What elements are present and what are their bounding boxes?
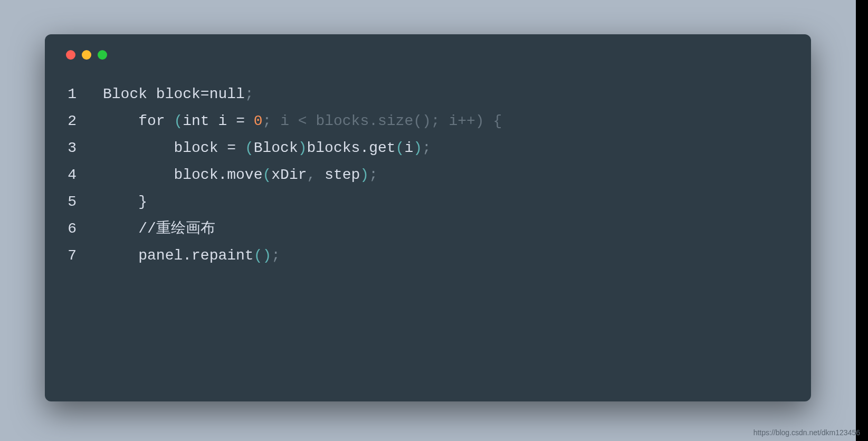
- code-line-1: Block block=null;: [103, 81, 502, 108]
- code-content: 1 2 3 4 5 6 7 Block block=null; for (int…: [66, 81, 790, 269]
- minimize-icon[interactable]: [82, 50, 91, 60]
- line-number: 7: [66, 242, 77, 269]
- close-icon[interactable]: [66, 50, 75, 60]
- page-background: 1 2 3 4 5 6 7 Block block=null; for (int…: [0, 0, 856, 441]
- code-window: 1 2 3 4 5 6 7 Block block=null; for (int…: [45, 34, 811, 401]
- code-line-2: for (int i = 0; i < blocks.size(); i++) …: [103, 108, 502, 135]
- code-area[interactable]: Block block=null; for (int i = 0; i < bl…: [103, 81, 502, 269]
- code-line-6: //重绘画布: [103, 215, 502, 242]
- line-number: 3: [66, 135, 77, 161]
- maximize-icon[interactable]: [98, 50, 107, 60]
- code-line-5: }: [103, 188, 502, 215]
- code-line-4: block.move(xDir, step);: [103, 161, 502, 188]
- line-number: 5: [66, 188, 77, 215]
- code-line-3: block = (Block)blocks.get(i);: [103, 135, 502, 161]
- code-line-7: panel.repaint();: [103, 242, 502, 269]
- line-numbers-gutter: 1 2 3 4 5 6 7: [66, 81, 77, 269]
- watermark-text: https://blog.csdn.net/dkm123456: [753, 428, 860, 437]
- line-number: 6: [66, 215, 77, 242]
- line-number: 2: [66, 108, 77, 135]
- line-number: 4: [66, 161, 77, 188]
- line-number: 1: [66, 81, 77, 108]
- window-controls: [66, 50, 790, 60]
